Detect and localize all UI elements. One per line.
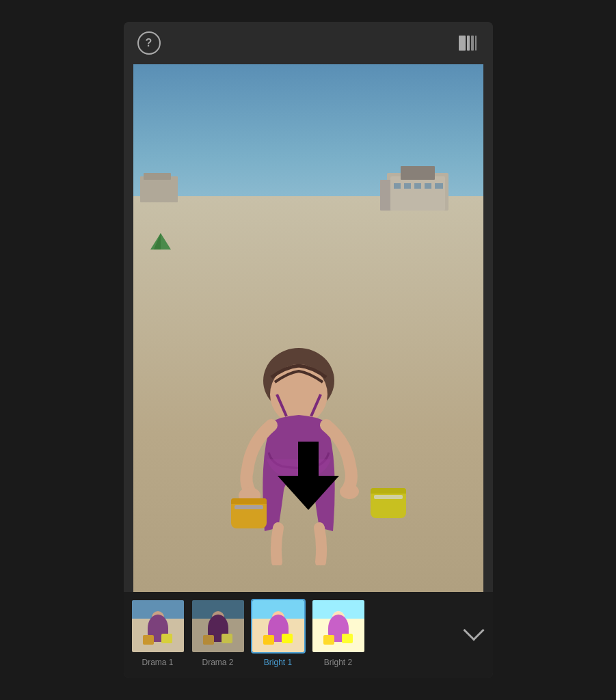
- filter-item-drama1[interactable]: Drama 1: [131, 599, 185, 667]
- filter-thumb-bright1: [251, 599, 306, 654]
- filter-label-bright2: Bright 2: [324, 658, 352, 667]
- svg-rect-2: [471, 36, 474, 51]
- filter-label-drama2: Drama 2: [202, 658, 233, 667]
- help-button[interactable]: ?: [137, 31, 161, 55]
- bucket-right: [371, 488, 406, 518]
- svg-rect-13: [140, 176, 178, 202]
- filter-item-bright2[interactable]: Bright 2: [311, 599, 366, 667]
- main-image-area: [133, 64, 483, 592]
- building-left: [140, 170, 181, 204]
- svg-rect-7: [401, 166, 435, 180]
- svg-rect-10: [414, 183, 421, 189]
- main-image: [133, 64, 483, 592]
- svg-rect-14: [144, 173, 171, 180]
- filter-item-bright1[interactable]: Bright 1: [251, 599, 306, 667]
- chevron-down-icon: [463, 619, 484, 641]
- svg-rect-23: [298, 442, 319, 479]
- top-bar: ?: [124, 22, 493, 64]
- svg-rect-5: [380, 180, 390, 211]
- svg-point-18: [340, 484, 359, 499]
- filter-thumb-bright2: [311, 599, 366, 654]
- arrow-down-indicator: [278, 442, 339, 513]
- svg-rect-3: [475, 36, 477, 51]
- svg-rect-0: [459, 36, 466, 51]
- beach-tent: [150, 233, 171, 250]
- filter-thumb-drama2: [191, 599, 245, 654]
- filter-label-bright1: Bright 1: [264, 658, 292, 667]
- compare-button[interactable]: [456, 31, 479, 55]
- filter-item-drama2[interactable]: Drama 2: [191, 599, 245, 667]
- svg-rect-9: [404, 183, 411, 189]
- svg-rect-1: [467, 36, 470, 51]
- building-right: [380, 159, 455, 214]
- svg-rect-11: [425, 183, 431, 189]
- filter-thumb-drama1: [131, 599, 185, 654]
- filter-strip: Drama 1 Drama 2: [124, 592, 493, 678]
- filter-label-drama1: Drama 1: [142, 658, 173, 667]
- svg-rect-8: [394, 183, 401, 189]
- filter-scroll: Drama 1 Drama 2: [124, 599, 459, 667]
- svg-marker-24: [278, 476, 339, 510]
- phone-frame: ?: [124, 22, 493, 678]
- svg-rect-12: [435, 183, 443, 189]
- bucket-left: [231, 498, 267, 528]
- expand-filters-button[interactable]: [459, 618, 489, 648]
- svg-rect-6: [390, 176, 445, 211]
